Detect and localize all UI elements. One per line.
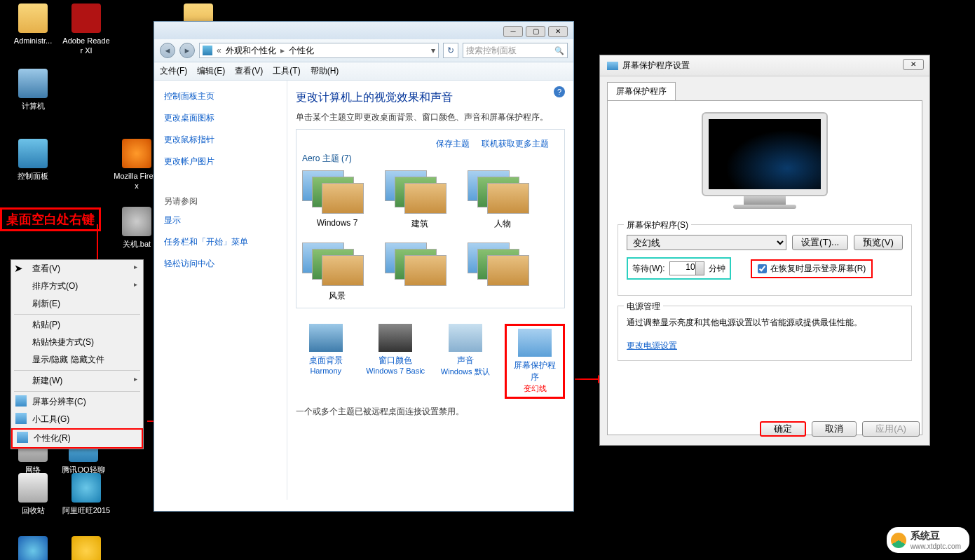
power-description: 通过调整显示亮度和其他电源设置以节省能源或提供最佳性能。 — [627, 316, 903, 329]
context-menu-item[interactable]: 粘贴快捷方式(S) — [11, 334, 143, 351]
screensaver-select[interactable]: 变幻线 — [627, 235, 786, 250]
desktop-icon-computer[interactable]: 计算机 — [8, 69, 57, 111]
theme-item[interactable]: 人物 — [468, 170, 538, 230]
360-icon — [71, 536, 101, 560]
desktop-icon-cpanel[interactable]: 控制面板 — [8, 139, 57, 181]
context-menu-item[interactable]: 显示/隐藏 隐藏文件 — [11, 351, 143, 369]
context-menu-item[interactable]: 查看(V) — [11, 260, 143, 278]
personalize-option[interactable]: 声音Windows 默认 — [435, 324, 495, 399]
settings-button[interactable]: 设置(T)... — [792, 235, 848, 250]
menu-item[interactable]: 查看(V) — [235, 65, 263, 77]
theme-item[interactable]: 风景 — [302, 243, 372, 302]
separator — [14, 391, 140, 392]
maximize-button[interactable]: ▢ — [526, 26, 545, 37]
context-menu-item[interactable]: 新建(W) — [11, 372, 143, 390]
preview-button[interactable]: 预览(V) — [854, 235, 903, 250]
search-input[interactable]: 搜索控制面板 — [463, 43, 568, 58]
menu-item[interactable]: 编辑(E) — [197, 65, 225, 77]
more-themes-link[interactable]: 联机获取更多主题 — [482, 139, 549, 149]
option-icon — [379, 324, 412, 352]
separator — [14, 314, 140, 315]
page-description: 单击某个主题立即更改桌面背景、窗口颜色、声音和屏幕保护程序。 — [296, 111, 565, 123]
adobe-icon — [71, 4, 101, 33]
context-menu-item[interactable]: 屏幕分辨率(C) — [11, 393, 143, 411]
wait-spinner[interactable]: 10 — [669, 261, 704, 275]
preview-monitor — [702, 112, 828, 210]
context-menu-item[interactable]: 个性化(R) — [11, 428, 143, 449]
option-icon — [449, 324, 482, 352]
tab-screensaver[interactable]: 屏幕保护程序 — [607, 82, 676, 100]
desktop-icon-360[interactable] — [62, 536, 111, 560]
ie-icon — [18, 536, 48, 560]
cancel-button[interactable]: 取消 — [812, 421, 857, 437]
aero-section-header: Aero 主题 (7) — [302, 153, 559, 165]
wait-label: 等待(W): — [632, 263, 665, 275]
theme-thumbnail — [302, 170, 367, 215]
context-menu-item[interactable]: 排序方式(O) — [11, 278, 143, 295]
page-heading: 更改计算机上的视觉效果和声音 — [296, 90, 565, 105]
ok-button[interactable]: 确定 — [760, 421, 806, 437]
main-content: ? 更改计算机上的视觉效果和声音 单击某个主题立即更改桌面背景、窗口颜色、声音和… — [287, 81, 573, 500]
desktop-icon-ie[interactable] — [8, 536, 57, 560]
resume-checkbox[interactable] — [758, 264, 767, 273]
annotation-rightclick: 桌面空白处右键 — [0, 207, 101, 231]
desktop-context-menu: 查看(V)排序方式(O)刷新(E)粘贴(P)粘贴快捷方式(S)显示/隐藏 隐藏文… — [11, 259, 144, 449]
wait-unit: 分钟 — [709, 263, 725, 275]
breadcrumb-item[interactable]: 个性化 — [289, 45, 314, 57]
menu-item[interactable]: 文件(F) — [160, 65, 187, 77]
admin-icon — [18, 4, 48, 33]
theme-item[interactable]: 建筑 — [385, 170, 455, 230]
context-menu-item[interactable]: 小工具(G) — [11, 411, 143, 428]
close-button[interactable]: ✕ — [903, 59, 924, 70]
see-also-link[interactable]: 轻松访问中心 — [164, 258, 277, 270]
context-menu-item[interactable]: 粘贴(P) — [11, 316, 143, 334]
refresh-button[interactable]: ↻ — [443, 43, 458, 58]
theme-thumbnail — [302, 243, 367, 287]
sidebar-link[interactable]: 更改鼠标指针 — [164, 134, 277, 146]
minimize-button[interactable]: ─ — [503, 26, 523, 37]
desktop-icon-admin[interactable]: Administr... — [8, 4, 57, 46]
apply-button[interactable]: 应用(A) — [862, 421, 920, 437]
back-button[interactable]: ◄ — [160, 43, 175, 58]
desktop-icon-ww[interactable]: 阿里旺旺2015 — [62, 473, 111, 515]
menu-item-icon — [15, 395, 27, 407]
breadcrumb-item[interactable]: 外观和个性化 — [226, 45, 276, 57]
sidebar-link[interactable]: 更改帐户图片 — [164, 156, 277, 168]
menu-bar: 文件(F)编辑(E)查看(V)工具(T)帮助(H) — [154, 62, 573, 81]
menu-item-icon — [15, 413, 27, 424]
context-menu-item[interactable]: 刷新(E) — [11, 295, 143, 313]
power-settings-link[interactable]: 更改电源设置 — [627, 341, 677, 350]
option-icon — [309, 324, 343, 352]
personalize-option[interactable]: 桌面背景Harmony — [296, 324, 355, 399]
menu-item[interactable]: 工具(T) — [273, 65, 300, 77]
personalize-option[interactable]: 屏幕保护程序变幻线 — [505, 324, 565, 399]
watermark: 系统豆 www.xtdptc.com — [887, 527, 969, 553]
sidebar-link[interactable]: 控制面板主页 — [164, 90, 277, 102]
sidebar-link[interactable]: 更改桌面图标 — [164, 112, 277, 124]
theme-item[interactable] — [468, 243, 538, 302]
firefox-icon — [122, 139, 151, 168]
address-bar[interactable]: « 外观和个性化 ▸ 个性化 ▾ — [199, 43, 439, 58]
screensaver-dialog: 屏幕保护程序设置 ✕ 屏幕保护程序 屏幕保护程序(S) 变幻线 设置(T)...… — [599, 55, 930, 446]
wait-highlight: 等待(W): 10 分钟 — [627, 257, 731, 280]
help-icon[interactable]: ? — [554, 86, 565, 97]
forward-button[interactable]: ► — [179, 43, 195, 58]
theme-item[interactable] — [385, 243, 455, 302]
arrow-annotation — [575, 378, 598, 380]
see-also-link[interactable]: 显示 — [164, 214, 277, 226]
menu-item-icon — [17, 432, 28, 443]
personalize-option[interactable]: 窗口颜色Windows 7 Basic — [365, 324, 425, 399]
resume-highlight: 在恢复时显示登录屏幕(R) — [751, 259, 873, 278]
menu-item[interactable]: 帮助(H) — [311, 65, 339, 77]
close-button[interactable]: ✕ — [548, 26, 568, 37]
cursor-icon: ➤ — [14, 262, 23, 275]
group-power-legend: 电源管理 — [624, 301, 663, 313]
control-panel-icon — [203, 46, 212, 55]
sidebar: 控制面板主页更改桌面图标更改鼠标指针更改帐户图片 另请参阅 显示任务栏和「开始」… — [154, 81, 287, 500]
see-also-link[interactable]: 任务栏和「开始」菜单 — [164, 236, 277, 248]
desktop-icon-adobe[interactable]: Adobe Reader XI — [62, 4, 111, 55]
theme-item[interactable]: Windows 7 — [302, 170, 372, 230]
watermark-logo-icon — [891, 533, 906, 548]
desktop-icon-recycle[interactable]: 回收站 — [8, 473, 57, 515]
save-theme-link[interactable]: 保存主题 — [436, 139, 470, 149]
